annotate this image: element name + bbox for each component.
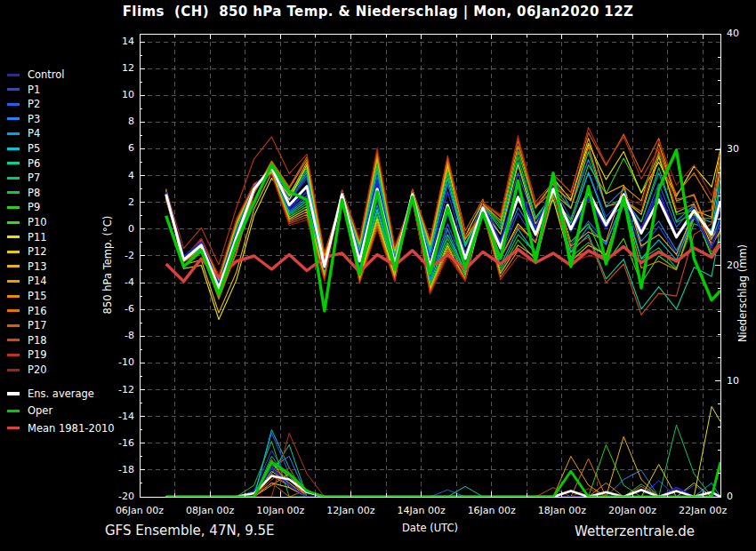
x-tick-label-6: 18Jan 00z: [529, 505, 595, 517]
legend-item-P14: P14: [7, 274, 47, 288]
legend-swatch-icon: [7, 162, 20, 164]
legend-label: P20: [28, 363, 47, 376]
y-right-tick-label-40: 40: [727, 28, 756, 40]
legend-swatch-icon: [7, 236, 20, 238]
legend-swatch-icon: [7, 103, 20, 106]
y-left-tick-label-10: 10: [93, 89, 134, 101]
weather-chart-page: Flims (CH) 850 hPa Temp. & Niederschlag …: [0, 0, 756, 551]
y-right-axis-title: Niederschlag (mm): [736, 236, 751, 351]
footer-brand: Wetterzentrale.de: [575, 523, 695, 539]
legend-item-P20: P20: [7, 363, 47, 377]
y-left-tick-label-2: 2: [93, 196, 134, 209]
legend-label: P17: [28, 319, 47, 331]
precip-series-P1: [166, 451, 720, 497]
legend-item-Oper: Oper: [7, 403, 52, 418]
legend-label: P1: [28, 84, 40, 96]
x-tick-label-8: 22Jan 00z: [670, 505, 736, 517]
x-tick-label-2: 10Jan 00z: [247, 505, 313, 517]
legend-label: P14: [28, 275, 47, 287]
y-right-tick-label-0: 0: [727, 491, 756, 503]
legend-label: P7: [28, 172, 40, 184]
legend-item-P2: P2: [7, 97, 40, 111]
legend-swatch-icon: [7, 177, 20, 180]
legend-swatch-icon: [7, 221, 20, 224]
y-left-tick-label-4: 4: [93, 170, 134, 182]
legend-swatch-icon: [7, 117, 20, 120]
x-axis-title: Date (UTC): [402, 522, 458, 534]
legend-label: Ens. average: [28, 387, 94, 400]
y-left-tick-label--12: -12: [93, 384, 134, 396]
legend-item-P17: P17: [7, 318, 47, 332]
legend-swatch-icon: [7, 206, 20, 209]
y-left-tick-label-12: 12: [93, 62, 134, 75]
legend-item-Control: Control: [7, 68, 65, 82]
legend-label: P3: [28, 113, 40, 125]
legend-item-P9: P9: [7, 200, 40, 214]
y-right-tick-label-10: 10: [727, 375, 756, 387]
x-tick-label-7: 20Jan 00z: [599, 505, 665, 517]
legend-swatch-icon: [7, 74, 20, 76]
legend-item-Ens-average: Ens. average: [7, 387, 94, 401]
legend-swatch-icon: [7, 309, 20, 312]
legend-swatch-icon: [7, 280, 20, 283]
legend-swatch-icon: [7, 265, 20, 268]
y-left-tick-label--4: -4: [93, 276, 134, 289]
legend-label: Mean 1981-2010: [28, 422, 115, 435]
x-tick-label-5: 16Jan 00z: [459, 505, 525, 517]
y-left-tick-label--6: -6: [93, 303, 134, 315]
legend-label: P11: [28, 231, 47, 244]
legend-item-P13: P13: [7, 260, 47, 274]
x-tick-label-3: 12Jan 00z: [318, 505, 383, 517]
precip-series-P11: [166, 406, 720, 497]
y-left-tick-label-6: 6: [93, 142, 134, 155]
legend-swatch-icon: [7, 148, 20, 150]
y-left-tick-label-14: 14: [93, 36, 134, 48]
legend-label: P2: [28, 98, 40, 110]
precip-series-P13: [166, 436, 720, 497]
legend-swatch-icon: [7, 324, 20, 327]
legend-swatch-icon: [7, 354, 20, 356]
legend-swatch-icon: [7, 251, 20, 253]
legend-label: P13: [28, 260, 47, 273]
legend-swatch-icon: [7, 88, 20, 91]
legend-label: P10: [28, 216, 47, 228]
legend-item-Mean-1981-2010: Mean 1981-2010: [7, 421, 115, 435]
y-left-tick-label--2: -2: [93, 250, 134, 262]
legend-swatch-icon: [7, 295, 20, 298]
legend-label: P5: [28, 142, 40, 155]
legend-swatch-icon: [7, 339, 20, 341]
legend-item-P19: P19: [7, 347, 47, 362]
legend-label: P16: [28, 305, 47, 317]
legend-item-P1: P1: [7, 83, 40, 97]
legend-swatch-icon: [7, 410, 20, 413]
y-right-tick-label-20: 20: [727, 260, 756, 272]
legend-label: Oper: [28, 404, 52, 417]
footer-model-info: GFS Ensemble, 47N, 9.5E: [105, 523, 275, 539]
y-right-tick-label-30: 30: [727, 143, 756, 156]
legend-label: P9: [28, 201, 40, 213]
legend-item-P16: P16: [7, 304, 47, 318]
legend-item-P4: P4: [7, 126, 40, 140]
y-left-tick-label-8: 8: [93, 116, 134, 128]
legend-item-P6: P6: [7, 156, 40, 171]
legend-label: P12: [28, 245, 47, 258]
legend-label: Control: [28, 68, 65, 81]
legend-label: P6: [28, 157, 40, 170]
x-tick-label-0: 06Jan 00z: [107, 505, 173, 517]
legend-item-P12: P12: [7, 244, 47, 259]
legend-label: P4: [28, 127, 40, 140]
legend-label: P18: [28, 334, 47, 347]
legend-label: P19: [28, 348, 47, 361]
legend-swatch-icon: [7, 427, 20, 430]
precip-series-P7: [166, 425, 720, 497]
legend-item-P8: P8: [7, 186, 40, 200]
legend-item-P7: P7: [7, 171, 40, 185]
y-left-tick-label--8: -8: [93, 330, 134, 342]
legend-label: P8: [28, 187, 40, 199]
legend-swatch-icon: [7, 369, 20, 371]
legend-swatch-icon: [7, 392, 20, 395]
legend-item-P5: P5: [7, 141, 40, 156]
data-series: [166, 127, 720, 497]
legend-item-P10: P10: [7, 215, 47, 229]
x-tick-label-4: 14Jan 00z: [389, 505, 454, 517]
